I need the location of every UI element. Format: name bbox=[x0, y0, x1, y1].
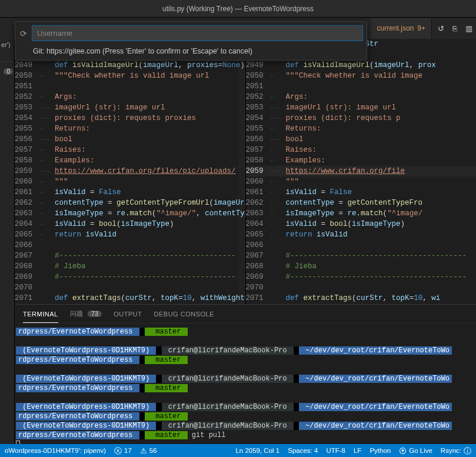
status-cursor-pos[interactable]: Ln 2059, Col 1 bbox=[235, 447, 279, 454]
status-language[interactable]: Python bbox=[370, 447, 391, 454]
diff-pane-original[interactable]: 2047····return contentTypeStr20482049def… bbox=[15, 39, 245, 304]
code-line[interactable]: 2067#-----------------------------------… bbox=[246, 251, 477, 261]
code-line[interactable]: 2068# Jieba bbox=[15, 261, 245, 272]
code-line[interactable]: 2057··Raises: bbox=[246, 145, 477, 155]
status-errors[interactable]: ⓧ 17 bbox=[114, 447, 132, 455]
term-venv: (EvernoteToWordpress-0D1HKMT9) bbox=[16, 346, 156, 355]
line-number: 2064 bbox=[15, 219, 38, 229]
code-line[interactable]: 2071def extractTags(curStr, topK=10, wi bbox=[246, 293, 477, 303]
line-number: 2053 bbox=[15, 102, 38, 113]
status-indent[interactable]: Spaces: 4 bbox=[288, 447, 318, 454]
code-content: isImageType = re.match("^image/", conten… bbox=[55, 208, 245, 219]
warning-icon: ⚠ bbox=[140, 447, 147, 455]
history-icon[interactable]: ⟳ bbox=[19, 29, 28, 38]
history-icon[interactable]: ↺ bbox=[438, 25, 444, 32]
tab-terminal[interactable]: TERMINAL bbox=[23, 311, 58, 323]
term-venv: (EvernoteToWordpress-0D1HKMT9) bbox=[16, 403, 156, 411]
code-line[interactable]: 2070 bbox=[15, 282, 245, 293]
code-line[interactable]: 2053····imageUrl (str): image url bbox=[246, 102, 477, 113]
code-line[interactable]: 2060··""" bbox=[246, 176, 477, 187]
code-line[interactable]: 2056····bool bbox=[246, 134, 477, 145]
code-line[interactable]: 2050··"""Check whether is valid image bbox=[246, 71, 477, 81]
tab-problems[interactable]: 问题 73 bbox=[70, 309, 102, 318]
line-number: 2068 bbox=[15, 261, 38, 272]
code-line[interactable]: 2066 bbox=[15, 240, 245, 251]
indent-guide: ·· bbox=[269, 145, 286, 155]
code-line[interactable]: 2061··isValid = False bbox=[246, 187, 477, 198]
tab-output[interactable]: OUTPUT bbox=[114, 311, 142, 318]
code-line[interactable]: 2060··""" bbox=[15, 176, 245, 187]
code-line[interactable]: 2059····https://www.crifan.org/file bbox=[246, 166, 477, 176]
code-content: isValid = bool(isImageType) bbox=[286, 219, 477, 229]
code-line[interactable]: 2051 bbox=[246, 81, 477, 92]
code-line[interactable]: 2062··contentType = getContentTypeFro bbox=[246, 198, 477, 208]
open-changes-icon[interactable]: ⎘ bbox=[452, 25, 457, 32]
code-content: imageUrl (str): image url bbox=[286, 102, 477, 113]
code-line[interactable]: 2058··Examples: bbox=[15, 155, 245, 166]
code-line[interactable]: 2052··Args: bbox=[15, 92, 245, 102]
code-line[interactable]: 2058··Examples: bbox=[246, 155, 477, 166]
term-path: ~/dev/dev_root/crifan/EvernoteToWo bbox=[299, 422, 452, 430]
code-line[interactable]: 2055··Returns: bbox=[15, 124, 245, 134]
code-line[interactable]: 2063··isImageType = re.match("^image/ bbox=[246, 208, 477, 219]
quick-input: ⟳ Git: https://gitee.com (Press 'Enter' … bbox=[15, 21, 367, 61]
status-encoding[interactable]: UTF-8 bbox=[326, 447, 345, 454]
code-content: #---------------------------------------… bbox=[55, 251, 245, 261]
code-line[interactable]: 2054····proxies (dict): requests p bbox=[246, 113, 477, 124]
status-golive[interactable]: ⦿ Go Live bbox=[399, 447, 432, 455]
code-line[interactable]: 2053····imageUrl (str): image url bbox=[15, 102, 245, 113]
indent-guide: ·· bbox=[269, 92, 286, 102]
line-number: 2049 bbox=[15, 60, 38, 71]
code-line[interactable]: 2050··"""Check whether is valid image ur… bbox=[15, 71, 245, 81]
code-line[interactable]: 2059····https://www.crifan.org/files/pic… bbox=[15, 166, 245, 176]
status-rsync[interactable]: Rsync: ⓘ bbox=[441, 447, 471, 455]
code-line[interactable]: 2065··return isValid bbox=[15, 229, 245, 240]
problems-count-badge: 73 bbox=[88, 311, 102, 317]
tab-current-json[interactable]: current.json 9+ bbox=[371, 18, 432, 39]
code-line[interactable]: 2054····proxies (dict): requests proxies bbox=[15, 113, 245, 124]
tab-debug-console[interactable]: DEBUG CONSOLE bbox=[154, 311, 214, 318]
code-line[interactable]: 2051 bbox=[15, 81, 245, 92]
code-line[interactable]: 2052··Args: bbox=[246, 92, 477, 102]
code-line[interactable]: 2069#-----------------------------------… bbox=[246, 272, 477, 282]
split-editor-icon[interactable]: ▥ bbox=[465, 25, 472, 32]
code-content: def extractTags(curStr, topK=10, withWei… bbox=[55, 293, 245, 303]
minimap[interactable] bbox=[238, 39, 245, 304]
code-line[interactable]: 2062··contentType = getContentTypeFromUr… bbox=[15, 198, 245, 208]
code-line[interactable]: 2061··isValid = False bbox=[15, 187, 245, 198]
indent-guide: ·· bbox=[38, 198, 55, 208]
status-env[interactable]: oWordpress-0D1HKMT9': pipenv) bbox=[5, 447, 106, 454]
term-branch: master bbox=[145, 328, 188, 336]
diff-pane-modified[interactable]: 2047····return contentTypeStr20482049def… bbox=[245, 39, 477, 304]
code-line[interactable]: 2070 bbox=[246, 282, 477, 293]
code-line[interactable]: 2063··isImageType = re.match("^image/", … bbox=[15, 208, 245, 219]
status-eol[interactable]: LF bbox=[354, 447, 361, 454]
code-line[interactable]: 2049def isValidImageUrl(imageUrl, prox bbox=[246, 60, 477, 71]
term-cwd: rdpress/EvernoteToWordpress bbox=[16, 431, 139, 439]
tab-label: current.json bbox=[377, 24, 414, 32]
code-line[interactable]: 2071def extractTags(curStr, topK=10, wit… bbox=[15, 293, 245, 303]
bottom-panel: TERMINAL 问题 73 OUTPUT DEBUG CONSOLE rdpr… bbox=[15, 304, 476, 444]
code-line[interactable]: 2065··return isValid bbox=[246, 229, 477, 240]
code-line[interactable]: 2057··Raises: bbox=[15, 145, 245, 155]
code-line[interactable]: 2067#-----------------------------------… bbox=[15, 251, 245, 261]
status-warnings[interactable]: ⚠ 56 bbox=[140, 447, 157, 455]
term-cwd: rdpress/EvernoteToWordpress bbox=[16, 384, 139, 392]
line-number: 2063 bbox=[246, 208, 269, 219]
code-content: #---------------------------------------… bbox=[286, 251, 477, 261]
code-line[interactable]: 2055··Returns: bbox=[246, 124, 477, 134]
line-number: 2056 bbox=[246, 134, 269, 145]
username-input[interactable] bbox=[32, 25, 363, 41]
code-line[interactable]: 2069#-----------------------------------… bbox=[15, 272, 245, 282]
code-line[interactable]: 2049def isValidImageUrl(imageUrl, proxie… bbox=[15, 60, 245, 71]
code-line[interactable]: 2066 bbox=[246, 240, 477, 251]
code-content: isValid = False bbox=[55, 187, 245, 198]
code-line[interactable]: 2064··isValid = bool(isImageType) bbox=[15, 219, 245, 229]
terminal-body[interactable]: rdpress/EvernoteToWordpress master (Ever… bbox=[15, 323, 476, 444]
code-content: return isValid bbox=[286, 229, 477, 240]
code-line[interactable]: 2064··isValid = bool(isImageType) bbox=[246, 219, 477, 229]
code-line[interactable]: 2056····bool bbox=[15, 134, 245, 145]
line-number: 2067 bbox=[246, 251, 269, 261]
code-content: Args: bbox=[286, 92, 477, 102]
code-line[interactable]: 2068# Jieba bbox=[246, 261, 477, 272]
